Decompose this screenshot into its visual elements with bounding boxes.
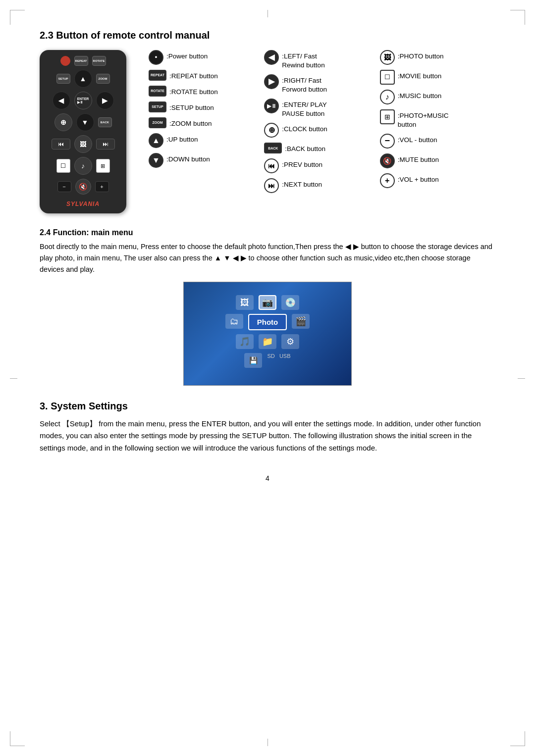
legend-item-setup: SETUP :SETUP button (149, 101, 264, 112)
vol-minus-label: :VOL - button (398, 134, 437, 145)
rotate-btn-remote[interactable]: ROTATE (92, 56, 106, 66)
menu-icon-2-selected: 📷 (259, 295, 276, 310)
back-label: :BACK button (285, 143, 325, 153)
section-24-title: 2.4 Function: main menu (40, 228, 495, 237)
setup-icon: SETUP (149, 101, 166, 112)
photo-icon: 🖼 (380, 50, 395, 65)
menu-icon-9: 💾 (244, 353, 262, 368)
up-label: :UP button (166, 133, 198, 144)
section-3-body: Select 【Setup】 from the main menu, press… (40, 418, 495, 454)
movie-btn-remote[interactable]: ☐ (56, 159, 70, 173)
legend-col-3: 🖼 :PHOTO button ☐ :MOVIE button ♪ :MUSIC… (380, 50, 495, 213)
next-btn-remote[interactable]: ⏭ (96, 139, 115, 150)
legend-item-down: ▼ :DOWN button (149, 153, 264, 168)
rotate-label: :ROTATE button (169, 86, 218, 97)
menu-icon-6: 🎵 (236, 334, 254, 349)
menu-icons-row-4: 💾 SD USB (225, 353, 310, 368)
zoom-label: :ZOOM button (169, 117, 212, 128)
photo-music-btn-remote[interactable]: ⊞ (96, 159, 110, 173)
remote-row-1: REPEAT ROTATE (60, 56, 106, 66)
legend-item-prev: ⏮ :PREV button (264, 158, 379, 173)
up-icon: ▲ (149, 133, 163, 148)
legend-item-clock: ⊕ :CLOCK button (264, 123, 379, 138)
section-23-title: 2.3 Button of remote control manual (40, 30, 495, 41)
left-label: :LEFT/ FastRewind button (282, 50, 324, 69)
prev-icon: ⏮ (264, 158, 279, 173)
back-btn-remote[interactable]: BACK (98, 117, 112, 127)
corner-mark-tl (10, 10, 25, 25)
remote-row-5: ⏮ 🖼 ⏭ (52, 135, 115, 153)
legend-item-zoom: ZOOM :ZOOM button (149, 117, 264, 128)
photo-selected-label: Photo (248, 314, 287, 330)
remote-row-2: SETUP ▲ ZOOM (56, 70, 110, 88)
legend-item-power: ● :Power button (149, 50, 264, 65)
up-btn-remote[interactable]: ▲ (74, 70, 92, 88)
menu-icon-5: 🎬 (292, 314, 310, 329)
repeat-btn-remote[interactable]: REPEAT (74, 56, 88, 66)
remote-image: REPEAT ROTATE SETUP ▲ ZOOM ◀ ENTER▶⏸ ▶ ⊕… (40, 50, 139, 213)
remote-row-7: − 🔇 + (57, 179, 109, 195)
photo-btn-remote[interactable]: 🖼 (74, 135, 92, 153)
setup-btn-remote[interactable]: SETUP (56, 74, 70, 84)
remote-row-6: ☐ ♪ ⊞ (56, 157, 110, 175)
menu-storage-label: SD USB (267, 353, 290, 368)
legend-item-rotate: ROTATE :ROTATE button (149, 86, 264, 97)
vol-plus-label: :VOL + button (398, 173, 439, 184)
power-icon: ● (149, 50, 163, 65)
legend-item-left: ◀ :LEFT/ FastRewind button (264, 50, 379, 69)
mute-btn-remote[interactable]: 🔇 (75, 179, 91, 195)
legend-item-photo-music: ⊞ :PHOTO+MUSICbutton (380, 109, 495, 129)
vol-minus-icon: − (380, 134, 395, 149)
section-3: 3. System Settings Select 【Setup】 from t… (40, 401, 495, 454)
right-icon: ▶ (264, 74, 279, 89)
remote-section: REPEAT ROTATE SETUP ▲ ZOOM ◀ ENTER▶⏸ ▶ ⊕… (40, 50, 495, 213)
clock-btn-remote[interactable]: ⊕ (54, 113, 72, 131)
prev-btn-remote[interactable]: ⏮ (52, 139, 70, 150)
menu-icons-row-2: 🗂 Photo 🎬 (225, 314, 310, 330)
setup-label: :SETUP button (169, 101, 214, 112)
vol-minus-btn-remote[interactable]: − (57, 181, 71, 192)
mute-icon: 🔇 (380, 153, 395, 168)
brand-label: SYLVANIA (66, 201, 100, 207)
menu-screenshot-content: 🖼 📷 💿 🗂 Photo 🎬 🎵 📁 ⚙ 💾 SD USB (225, 295, 310, 372)
power-btn-remote[interactable] (60, 56, 70, 66)
legend-item-back: BACK :BACK button (264, 143, 379, 153)
menu-icon-4: 🗂 (225, 314, 243, 329)
legend-item-up: ▲ :UP button (149, 133, 264, 148)
legend-item-photo: 🖼 :PHOTO button (380, 50, 495, 65)
remote-body: REPEAT ROTATE SETUP ▲ ZOOM ◀ ENTER▶⏸ ▶ ⊕… (40, 50, 126, 213)
menu-icon-1: 🖼 (236, 295, 254, 310)
prev-label: :PREV button (282, 158, 322, 169)
menu-icon-8: ⚙ (281, 334, 299, 349)
legend-item-repeat: REPEAT :REPEAT button (149, 70, 264, 81)
music-icon: ♪ (380, 90, 395, 104)
vol-plus-btn-remote[interactable]: + (95, 181, 109, 192)
legend-col-1: ● :Power button REPEAT :REPEAT button RO… (149, 50, 264, 213)
movie-label: :MOVIE button (398, 70, 442, 81)
enter-btn-remote[interactable]: ENTER▶⏸ (74, 92, 92, 109)
next-icon: ⏭ (264, 178, 279, 193)
right-btn-remote[interactable]: ▶ (96, 92, 114, 109)
legend-item-vol-plus: + :VOL + button (380, 173, 495, 188)
left-btn-remote[interactable]: ◀ (53, 92, 70, 109)
side-mark-bottom (268, 739, 268, 746)
corner-mark-tr (510, 10, 525, 25)
legend-item-right: ▶ :RIGHT/ FastForword button (264, 74, 379, 94)
enter-label: :ENTER/ PLAYPAUSE button (282, 99, 327, 118)
rotate-icon: ROTATE (149, 86, 166, 97)
mute-label: :MUTE button (398, 153, 439, 164)
zoom-btn-remote[interactable]: ZOOM (96, 74, 110, 84)
enter-icon: ▶⏸ (264, 99, 279, 113)
movie-icon: ☐ (380, 70, 395, 85)
side-mark-left (10, 378, 17, 379)
legend-item-movie: ☐ :MOVIE button (380, 70, 495, 85)
photo-music-label: :PHOTO+MUSICbutton (398, 109, 449, 129)
legend-item-music: ♪ :MUSIC button (380, 90, 495, 104)
legend-item-vol-minus: − :VOL - button (380, 134, 495, 149)
legend-col-2: ◀ :LEFT/ FastRewind button ▶ :RIGHT/ Fas… (264, 50, 379, 213)
music-btn-remote[interactable]: ♪ (74, 157, 92, 175)
corner-mark-bl (10, 731, 25, 746)
down-btn-remote[interactable]: ▼ (76, 113, 94, 131)
down-label: :DOWN button (166, 153, 210, 164)
remote-row-3: ◀ ENTER▶⏸ ▶ (53, 92, 114, 109)
